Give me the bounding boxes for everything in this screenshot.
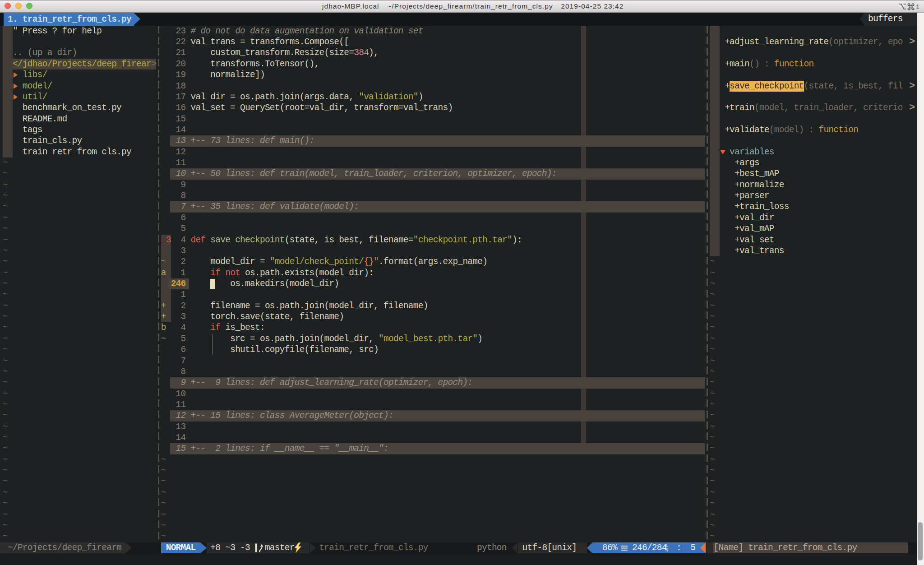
svg-text:1: 1 [916, 3, 919, 10]
